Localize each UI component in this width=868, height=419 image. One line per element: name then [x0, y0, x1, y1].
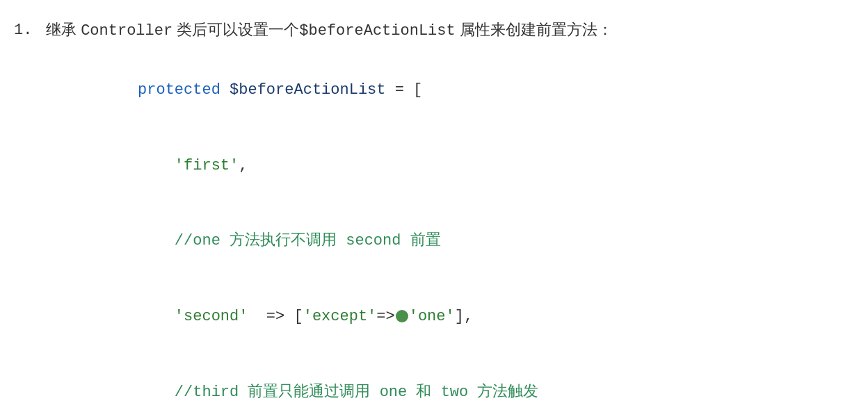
prose-middle: 类后可以设置一个 [172, 21, 299, 38]
page-container: 1. 继承 Controller 类后可以设置一个$beforeActionLi… [14, 17, 854, 419]
code-line-5-comment: //third 前置只能通过调用 one 和 two 方法触发 [46, 355, 854, 419]
prose-prefix: 继承 [46, 21, 81, 38]
string-except: 'except' [303, 308, 377, 325]
code-line-3-comment: //one 方法执行不调用 second 前置 [46, 204, 854, 279]
prose-description: 继承 Controller 类后可以设置一个$beforeActionList … [46, 17, 854, 44]
code-block-array: protected $beforeActionList = [ 'first',… [46, 52, 854, 419]
comment-third: //third 前置只能通过调用 one 和 two 方法触发 [138, 384, 538, 401]
prose-classname: Controller [81, 22, 172, 40]
string-first: 'first' [138, 157, 239, 174]
prose-property: $beforeActionList [299, 22, 455, 40]
code-line-2: 'first', [46, 128, 854, 204]
string-one: 'one' [409, 308, 455, 325]
var-name: $beforeActionList [230, 81, 385, 99]
cursor-indicator [396, 310, 408, 322]
list-number: 1. [14, 17, 35, 419]
prose-suffix: 属性来创建前置方法： [456, 21, 613, 38]
content-block: 继承 Controller 类后可以设置一个$beforeActionList … [46, 17, 854, 419]
keyword-protected: protected [138, 81, 220, 99]
comment-one: //one 方法执行不调用 second 前置 [138, 232, 441, 249]
code-line-4: 'second' => ['except'=>'one'], [46, 279, 854, 355]
code-line-1: protected $beforeActionList = [ [46, 52, 854, 128]
string-second: 'second' [138, 308, 248, 325]
list-item-1: 1. 继承 Controller 类后可以设置一个$beforeActionLi… [14, 17, 854, 419]
